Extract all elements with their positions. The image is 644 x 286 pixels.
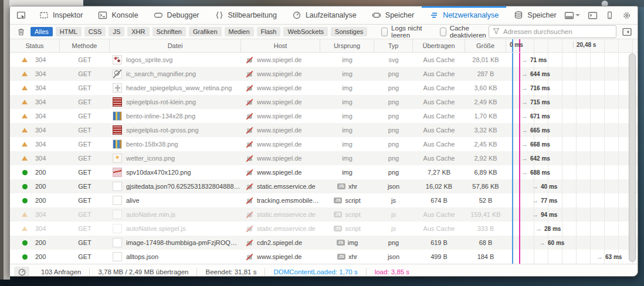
insecure-connection-icon	[246, 197, 253, 205]
table-row[interactable]: 200 GET alive tracking.emsmobile… JS	[10, 193, 638, 207]
timeline-arrow-icon: →	[521, 70, 528, 77]
scrollbar-thumb[interactable]	[629, 53, 636, 262]
content-size: 28,01 KB	[465, 53, 506, 67]
table-row[interactable]: 304 GET logos_sprite.svg www.spiegel.de	[10, 53, 638, 67]
timeline-arrow-icon: →	[521, 127, 528, 134]
table-row[interactable]: 304 GET autoNative.min.js static.emsserv…	[10, 207, 638, 222]
disable-cache-checkbox[interactable]: Cache deaktivieren	[440, 25, 489, 39]
settings-button[interactable]	[622, 11, 632, 21]
filter-alles[interactable]: Alles	[30, 27, 53, 36]
tab-network[interactable]: Netzwerkanalyse	[422, 6, 506, 24]
table-row[interactable]: 304 GET spiegelplus-rot-klein.png www.sp…	[10, 95, 638, 109]
filter-js[interactable]: JS	[109, 27, 124, 36]
devtools-window: Inspektor Konsole Debugger Stilbearbeitu…	[9, 6, 638, 277]
column-header-size[interactable]: Größe	[465, 39, 506, 52]
table-row[interactable]: 304 GET wetter_icons.png www.spiegel.de	[10, 151, 638, 165]
table-row[interactable]: 200 GET image-17498-thumbbiga-pmFzjROQH-…	[10, 236, 638, 250]
column-header-host[interactable]: Host	[241, 39, 320, 52]
request-type: png	[374, 236, 413, 250]
insecure-connection-icon	[246, 211, 253, 219]
column-header-method[interactable]: Methode	[60, 39, 110, 52]
table-row[interactable]: 304 GET header_spiegelplus_www_retina.pn…	[10, 81, 638, 95]
status-code: 304	[35, 98, 46, 105]
js-badge: JS	[337, 240, 345, 246]
filter-css[interactable]: CSS	[84, 27, 106, 36]
transferred-size: Aus Cache	[413, 151, 465, 165]
column-header-cause[interactable]: Ursprung	[320, 39, 374, 52]
content-size: 2,92 KB	[465, 151, 506, 165]
waterfall-cell: → 40 ms	[506, 179, 638, 193]
filter-websockets[interactable]: WebSockets	[283, 27, 328, 36]
timeline-arrow-icon: →	[521, 169, 528, 176]
table-row[interactable]: 200 GET alltops.json www.spiegel.de JS	[10, 250, 638, 264]
filter-xhr[interactable]: XHR	[127, 27, 149, 36]
request-time: 716 ms	[530, 85, 550, 91]
waterfall-cell: → 671 ms	[506, 109, 638, 123]
filter-flash[interactable]: Flash	[257, 27, 281, 36]
waterfall-cell: → 715 ms	[506, 95, 638, 109]
column-header-type[interactable]: Typ	[374, 39, 413, 52]
content-size: 68 B	[465, 236, 506, 250]
transferred-size: Aus Cache	[413, 109, 465, 123]
file-thumbnail	[113, 69, 122, 79]
persist-logs-checkbox[interactable]: Logs nicht leeren	[381, 25, 426, 39]
waterfall-label: → 644 ms	[521, 70, 550, 77]
request-method: GET	[60, 207, 110, 222]
dock-mode-button[interactable]	[564, 11, 580, 21]
file-name: spiegelplus-rot-klein.png	[126, 98, 196, 105]
transferred-size: Aus Cache	[413, 95, 465, 109]
status-code: 200	[35, 169, 46, 176]
request-type: png	[374, 123, 413, 137]
transferred-size: Aus Cache	[413, 137, 465, 151]
table-row[interactable]: 304 GET bento-inline-134x28.png www.spie…	[10, 109, 638, 123]
search-input[interactable]	[489, 25, 616, 38]
tab-inspector[interactable]: Inspektor	[32, 6, 90, 24]
table-row[interactable]: 200 GET gjsitedata.json?0.62525318328048…	[10, 179, 638, 193]
tab-debugger[interactable]: Debugger	[146, 6, 207, 24]
column-header-transferred[interactable]: Übertragen	[413, 39, 465, 52]
table-row[interactable]: 304 GET bento-158x38.png www.spiegel.de	[10, 137, 638, 151]
filter-medien[interactable]: Medien	[225, 27, 254, 36]
performance-analysis-button[interactable]	[14, 267, 29, 277]
split-console-button[interactable]	[588, 11, 598, 21]
memory-icon	[372, 11, 381, 20]
tab-performance[interactable]: Laufzeitanalyse	[284, 6, 364, 24]
table-row[interactable]: 304 GET spiegelplus-rot-gross.png www.sp…	[10, 123, 638, 137]
column-header-file[interactable]: Datei	[110, 39, 241, 52]
table-row[interactable]: 304 GET autoNative.spiegel.js static.ems…	[10, 222, 638, 236]
filter-funnel-icon	[493, 28, 500, 35]
tab-memory[interactable]: Speicher	[364, 6, 422, 24]
tab-style-editor[interactable]: Stilbearbeitung	[207, 6, 284, 24]
waterfall-cell: → 63 ms	[506, 250, 638, 264]
request-method: GET	[60, 81, 110, 95]
file-name: alltops.json	[126, 253, 158, 260]
request-type: png	[374, 95, 413, 109]
request-cause: script	[345, 211, 360, 218]
responsive-mode-button[interactable]	[605, 11, 614, 20]
host-name: www.spiegel.de	[257, 113, 301, 120]
filter-schriften[interactable]: Schriften	[152, 27, 186, 36]
tab-storage[interactable]: Speicher	[506, 6, 564, 24]
pick-element-button[interactable]	[10, 6, 32, 24]
status-icon	[22, 156, 28, 161]
waterfall-cell: → 668 ms	[506, 137, 638, 151]
filter-grafiken[interactable]: Grafiken	[189, 27, 222, 36]
details-pane-toggle[interactable]	[622, 27, 632, 37]
filter-sonstiges[interactable]: Sonstiges	[331, 27, 367, 36]
content-size: 3,32 KB	[465, 123, 506, 137]
waterfall-cell: → 688 ms	[506, 165, 638, 179]
tab-console[interactable]: Konsole	[90, 6, 145, 24]
request-time: 71 ms	[530, 57, 547, 63]
column-header-status[interactable]: Status	[10, 39, 60, 52]
clear-requests-button[interactable]	[10, 28, 30, 36]
table-row[interactable]: 304 GET ic_search_magnifier.png www.spie…	[10, 67, 638, 81]
table-row[interactable]: 200 GET spv10dax470x120.png www.spiegel.…	[10, 165, 638, 179]
waterfall-label: → 63 ms	[596, 253, 622, 260]
waterfall-label: → 60 ms	[539, 239, 564, 246]
transferred-size: Aus Cache	[413, 123, 465, 137]
status-icon	[22, 57, 28, 62]
status-icon	[22, 254, 28, 260]
filter-html[interactable]: HTML	[56, 27, 82, 36]
column-header-timeline[interactable]: 0 ms 20,48 s	[506, 39, 638, 52]
file-thumbnail	[113, 196, 122, 205]
